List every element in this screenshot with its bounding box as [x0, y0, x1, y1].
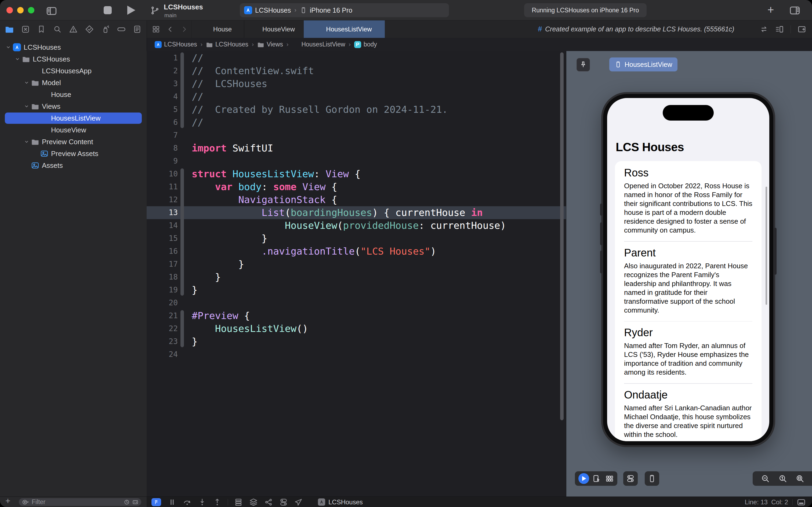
breadcrumb-item-HousesListView[interactable]: HousesListView	[292, 41, 345, 48]
code-line-15[interactable]: 15 }	[147, 232, 566, 245]
tree-item-HouseView[interactable]: HouseView	[0, 124, 147, 136]
editor-scrollbar[interactable]	[560, 52, 564, 420]
navigator-rail-folder-icon[interactable]	[5, 25, 14, 34]
tab-HouseView[interactable]: HouseView	[244, 20, 304, 38]
tree-item-HousesListView[interactable]: HousesListView	[0, 112, 147, 124]
code-line-10[interactable]: 10struct HousesListView: View {	[147, 168, 566, 180]
code-line-6[interactable]: 6//	[147, 116, 566, 129]
stop-button[interactable]	[104, 6, 112, 14]
tree-item-Assets[interactable]: Assets	[0, 160, 147, 171]
zoom-window-button[interactable]	[28, 7, 35, 13]
code-line-2[interactable]: 2// ContentView.swift	[147, 64, 566, 77]
code-line-19[interactable]: 19}	[147, 284, 566, 296]
navigator-rail-spray-icon[interactable]	[101, 25, 110, 34]
debug-dock-icon[interactable]	[797, 497, 806, 507]
tree-item-LCSHousesApp[interactable]: LCSHousesApp	[0, 65, 147, 77]
code-line-23[interactable]: 23}	[147, 335, 566, 348]
navigator-rail-bookmark-icon[interactable]	[37, 25, 46, 34]
navigator-rail-test-diamond-icon[interactable]	[85, 25, 94, 34]
zoom-100-button[interactable]	[778, 474, 788, 484]
go-forward-icon[interactable]	[180, 25, 188, 33]
houses-list[interactable]: RossOpened in October 2022, Ross House i…	[615, 161, 761, 441]
preview-device-button[interactable]	[645, 471, 659, 486]
commit-annotation[interactable]: # Created example of an app to describe …	[538, 20, 735, 38]
house-row-Ryder[interactable]: RyderNamed after Tom Ryder, an alumnus o…	[624, 326, 752, 384]
app-screen[interactable]: LCS Houses RossOpened in October 2022, R…	[607, 98, 769, 441]
chevron-down-icon[interactable]	[5, 44, 11, 50]
minimize-window-button[interactable]	[17, 7, 23, 13]
activity-status[interactable]: Running LCSHouses on iPhone 16 Pro	[524, 3, 647, 17]
right-panel-icon[interactable]	[789, 5, 801, 16]
add-editor-icon[interactable]	[797, 25, 806, 34]
location-button[interactable]	[294, 498, 303, 507]
view-hierarchy-button[interactable]	[234, 498, 243, 507]
layers-button[interactable]	[249, 498, 258, 507]
code-line-21[interactable]: 21#Preview {	[147, 309, 566, 322]
memory-graph-button[interactable]	[264, 498, 273, 507]
code-line-12[interactable]: 12 NavigationStack {	[147, 193, 566, 206]
breakpoints-toggle-button[interactable]	[152, 498, 161, 506]
tab-HousesListView[interactable]: HousesListView	[304, 20, 385, 38]
zoom-fit-button[interactable]	[795, 474, 805, 484]
code-line-13[interactable]: 13 List(boardingHouses) { currentHouse i…	[147, 206, 566, 219]
editor-options-icon[interactable]	[775, 25, 784, 34]
code-line-16[interactable]: 16 .navigationTitle("LCS Houses")	[147, 245, 566, 258]
variants-button[interactable]	[605, 474, 614, 483]
running-app-chip[interactable]: LCSHouses	[318, 497, 363, 507]
breadcrumb-item-Views[interactable]: Views	[257, 41, 283, 48]
code-line-20[interactable]: 20	[147, 296, 566, 309]
breadcrumb-item-body[interactable]: Pbody	[354, 41, 377, 48]
swap-editor-icon[interactable]	[759, 25, 768, 34]
step-out-button[interactable]	[213, 498, 222, 507]
step-into-button[interactable]	[197, 498, 207, 507]
code-line-1[interactable]: 1//	[147, 52, 566, 64]
code-line-18[interactable]: 18 }	[147, 271, 566, 284]
breadcrumb-item-LCSHouses[interactable]: LCSHouses	[155, 41, 197, 48]
code-line-22[interactable]: 22 HousesListView()	[147, 322, 566, 335]
code-line-11[interactable]: 11 var body: some View {	[147, 180, 566, 193]
house-row-Ross[interactable]: RossOpened in October 2022, Ross House i…	[624, 167, 752, 242]
house-row-Parent[interactable]: ParentAlso inaugurated in 2022, Parent H…	[624, 246, 752, 322]
tab-House[interactable]: House	[191, 20, 244, 38]
navigator-rail-x-square-icon[interactable]	[21, 25, 30, 34]
preview-variants-button[interactable]	[623, 471, 638, 486]
live-preview-button[interactable]	[578, 473, 589, 484]
code-line-7[interactable]: 7	[147, 129, 566, 142]
code-line-9[interactable]: 9	[147, 155, 566, 168]
source-control-filter-icon[interactable]	[132, 499, 138, 505]
toggle-left-sidebar-icon[interactable]	[46, 5, 57, 17]
pin-preview-button[interactable]	[577, 58, 590, 71]
chevron-down-icon[interactable]	[23, 80, 30, 86]
scheme-selector[interactable]: LCSHouses › iPhone 16 Pro	[240, 3, 449, 17]
navigator-rail-search-icon[interactable]	[53, 25, 62, 34]
code-line-8[interactable]: 8import SwiftUI	[147, 142, 566, 155]
code-line-24[interactable]: 24	[147, 348, 566, 361]
chevron-down-icon[interactable]	[14, 56, 20, 62]
code-line-3[interactable]: 3// LCSHouses	[147, 77, 566, 90]
tree-item-House[interactable]: House	[0, 89, 147, 101]
recent-files-icon[interactable]	[123, 499, 130, 505]
code-line-14[interactable]: 14 HouseView(providedHouse: currentHouse…	[147, 219, 566, 232]
chevron-down-icon[interactable]	[23, 103, 30, 109]
run-button[interactable]	[127, 6, 135, 15]
code-line-17[interactable]: 17 }	[147, 258, 566, 271]
tree-item-Preview Content[interactable]: Preview Content	[0, 136, 147, 148]
navigator-rail-warning-icon[interactable]	[69, 25, 78, 34]
breadcrumb-item-LCSHouses[interactable]: LCSHouses	[206, 41, 248, 48]
navigator-rail-report-icon[interactable]	[133, 25, 142, 34]
tree-item-Preview Assets[interactable]: Preview Assets	[0, 148, 147, 160]
step-over-button[interactable]	[183, 498, 192, 507]
select-mode-button[interactable]	[592, 474, 601, 483]
house-row-Ondaatje[interactable]: OndaatjeNamed after Sri Lankan-Canadian …	[624, 389, 752, 442]
navigator-rail-tag-icon[interactable]	[117, 25, 126, 34]
close-window-button[interactable]	[6, 7, 13, 13]
code-line-5[interactable]: 5// Created by Russell Gordon on 2024-11…	[147, 103, 566, 116]
tree-item-Views[interactable]: Views	[0, 101, 147, 112]
filter-field[interactable]: Filter	[19, 498, 141, 506]
add-file-icon[interactable]: +	[5, 496, 10, 506]
tree-item-LCSHouses[interactable]: LCSHouses	[0, 53, 147, 65]
zoom-out-button[interactable]	[760, 474, 770, 484]
tree-item-LCSHouses[interactable]: LCSHouses	[0, 41, 147, 53]
related-items-icon[interactable]	[152, 25, 160, 34]
tree-item-Model[interactable]: Model	[0, 77, 147, 89]
